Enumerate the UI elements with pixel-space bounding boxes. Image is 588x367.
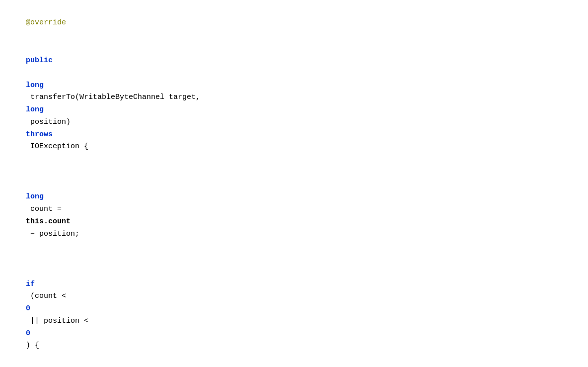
kw-if-1: if — [26, 280, 35, 288]
val-0-1: 0 — [26, 304, 30, 313]
code-line-3: if (count < 0 || position < 0 ) { — [0, 253, 588, 365]
code-container: @override public long transferTo(Writabl… — [0, 0, 588, 367]
kw-long-2: long — [26, 105, 44, 114]
kw-public: public — [26, 56, 53, 65]
code-line-1: public long transferTo(WritableByteChann… — [0, 42, 588, 166]
kw-long-3: long — [26, 192, 44, 201]
kw-long-1: long — [26, 81, 44, 90]
this-count-1: this.count — [26, 217, 71, 226]
annotation-line: @override — [0, 4, 588, 42]
val-0-2: 0 — [26, 329, 30, 338]
kw-throws: throws — [26, 130, 53, 139]
code-line-4: throw new IllegalArgumentException( — [0, 365, 588, 367]
annotation-text: @override — [26, 18, 66, 27]
code-line-2: long count = this.count − position; — [0, 166, 588, 253]
